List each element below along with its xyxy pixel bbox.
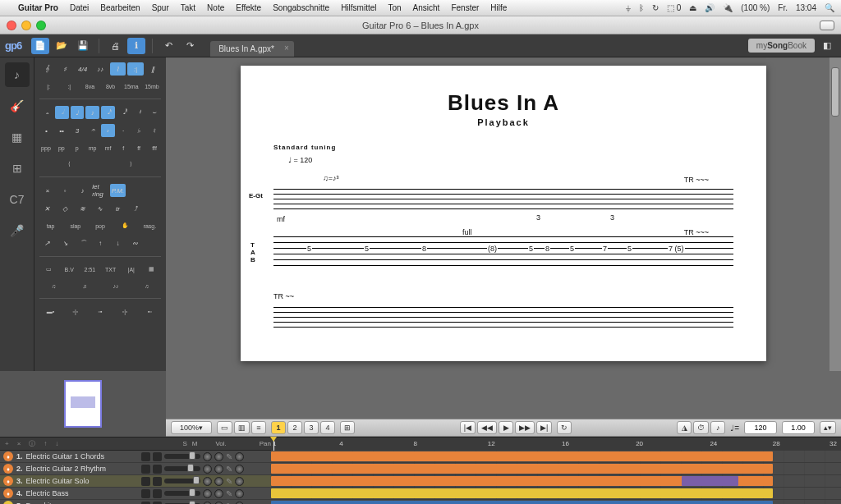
timesig-icon[interactable]: 4/4: [75, 62, 90, 76]
track-lane[interactable]: [271, 451, 841, 462]
document-tab[interactable]: Blues In A.gpx* ×: [210, 41, 294, 57]
staccato-icon[interactable]: ·: [117, 124, 131, 137]
eq-knob[interactable]: [214, 477, 223, 486]
dead-note-icon[interactable]: ◦: [57, 184, 72, 197]
clip[interactable]: [271, 501, 773, 504]
track-lane[interactable]: [271, 488, 841, 499]
timer-icon[interactable]: 2:51: [80, 263, 99, 275]
track-edit-icon[interactable]: ✎: [226, 465, 232, 474]
open-button[interactable]: 📂: [53, 38, 71, 54]
print-button[interactable]: 🖨: [106, 38, 124, 54]
zoom-button[interactable]: [36, 21, 46, 30]
crescendo-icon[interactable]: ⟨: [39, 158, 99, 170]
eq-knob[interactable]: [214, 489, 223, 498]
bar-select-icon[interactable]: ▭: [39, 263, 57, 275]
track-edit-icon[interactable]: ✎: [226, 502, 232, 505]
mixer-tool[interactable]: ⊞: [5, 156, 30, 181]
natural-icon[interactable]: ♮: [147, 124, 161, 137]
lyrics-icon[interactable]: |A|: [122, 263, 140, 275]
add-track-button[interactable]: +: [5, 440, 9, 447]
brush-up-icon[interactable]: ↑: [92, 236, 108, 250]
solo-toggle[interactable]: [141, 502, 150, 505]
pan-knob[interactable]: [203, 489, 212, 498]
track-lane[interactable]: [271, 500, 841, 504]
rest-icon[interactable]: 𝄽: [132, 106, 146, 119]
scrollbar-thumb[interactable]: [831, 67, 839, 117]
hammer-icon[interactable]: ⌒: [75, 236, 90, 250]
menu-spur[interactable]: Spur: [152, 3, 169, 12]
harmonics-icon[interactable]: ◇: [57, 202, 72, 215]
vibrato-icon[interactable]: ∿: [92, 202, 108, 215]
tremolo-icon[interactable]: ≋: [75, 202, 90, 215]
solo-toggle[interactable]: [141, 452, 150, 461]
page-thumbnail[interactable]: [64, 380, 102, 428]
turn-icon[interactable]: ∾: [127, 236, 143, 250]
redo-button[interactable]: ↷: [181, 38, 199, 54]
ppp-icon[interactable]: ppp: [39, 142, 53, 153]
menu-ansicht[interactable]: Ansicht: [413, 3, 440, 12]
forward-end-button[interactable]: ▶|: [536, 421, 552, 434]
ff-icon[interactable]: ff: [132, 142, 145, 153]
fff-icon[interactable]: fff: [148, 142, 161, 153]
beam1-icon[interactable]: ♫: [39, 280, 68, 291]
rasg-icon[interactable]: rasg.: [139, 220, 161, 231]
menu-ton[interactable]: Ton: [388, 3, 401, 12]
undo-button[interactable]: ↶: [159, 38, 177, 54]
thirtysecond-note-icon[interactable]: 𝅘𝅥𝅰: [117, 106, 131, 119]
mic-tool[interactable]: 🎤: [5, 218, 30, 243]
quarter-note-icon[interactable]: ♩: [71, 106, 85, 119]
marker-3[interactable]: 3: [304, 421, 319, 434]
dot-icon[interactable]: •: [39, 124, 53, 137]
slap-icon[interactable]: slap: [64, 220, 86, 231]
beam2-icon[interactable]: ♬: [71, 280, 99, 291]
fx-knob[interactable]: [235, 502, 244, 505]
eq-knob[interactable]: [214, 502, 223, 505]
eject-icon[interactable]: ⏏: [689, 3, 696, 12]
volume-slider[interactable]: [164, 466, 200, 471]
app-menu[interactable]: Guitar Pro: [18, 3, 58, 12]
p-icon[interactable]: p: [71, 142, 84, 153]
doubledot-icon[interactable]: ••: [55, 124, 69, 137]
brush-down-icon[interactable]: ↓: [110, 236, 126, 250]
spotlight-icon[interactable]: 🔍: [825, 3, 834, 12]
remove-track-button[interactable]: ×: [17, 440, 21, 447]
view-parchment-button[interactable]: ≡: [251, 421, 266, 434]
rewind-start-button[interactable]: |◀: [460, 421, 476, 434]
sync-icon[interactable]: ↻: [652, 3, 659, 12]
panel-toggle[interactable]: ◧: [818, 38, 836, 54]
menu-note[interactable]: Note: [207, 3, 224, 12]
eq-knob[interactable]: [214, 452, 223, 461]
chord-diagram-icon[interactable]: ▦: [143, 263, 161, 275]
score-canvas[interactable]: Blues In A Playback Standard tuning ♩ = …: [166, 57, 841, 371]
automation1-icon[interactable]: ▬▪: [39, 305, 62, 317]
pan-knob[interactable]: [203, 502, 212, 505]
menu-songabschnitte[interactable]: Songabschnitte: [273, 3, 329, 12]
multitrack-button[interactable]: ⊞: [340, 421, 355, 434]
tie-icon[interactable]: ⌣: [147, 106, 161, 119]
whole-note-icon[interactable]: 𝅝: [39, 106, 53, 119]
play-button[interactable]: ▶: [499, 421, 513, 434]
ghost-note-icon[interactable]: ×: [39, 184, 55, 197]
track-edit-icon[interactable]: ✎: [226, 452, 232, 461]
marker-2[interactable]: 2: [287, 421, 302, 434]
edit-tool[interactable]: ♪: [5, 62, 30, 87]
close-tab-icon[interactable]: ×: [284, 44, 289, 53]
track-row[interactable]: ♦2. Electric Guitar 2 Rhythm✎: [0, 463, 841, 475]
tuner-button[interactable]: ♪: [710, 421, 725, 434]
save-button[interactable]: 💾: [74, 38, 92, 54]
menu-datei[interactable]: Datei: [70, 3, 89, 12]
track-row[interactable]: ♦5. Drumkit✎: [0, 500, 841, 504]
flat-icon[interactable]: ♭: [132, 124, 146, 137]
slide-up-icon[interactable]: ↗: [39, 236, 55, 250]
pan-knob[interactable]: [203, 452, 212, 461]
mute-toggle[interactable]: [153, 452, 162, 461]
eighth-note-icon[interactable]: ♪: [85, 106, 99, 119]
tap-icon[interactable]: tap: [39, 220, 62, 231]
menu-bearbeiten[interactable]: Bearbeiten: [100, 3, 140, 12]
forward-button[interactable]: ▶▶: [515, 421, 535, 434]
grace-note-icon[interactable]: ♪: [75, 184, 90, 197]
clip-extra[interactable]: [682, 476, 738, 486]
sixteenth-note-icon[interactable]: 𝅘𝅥𝅯: [101, 106, 115, 119]
bv-icon[interactable]: B.V: [60, 263, 78, 275]
sharp-icon[interactable]: ♯: [57, 62, 72, 76]
